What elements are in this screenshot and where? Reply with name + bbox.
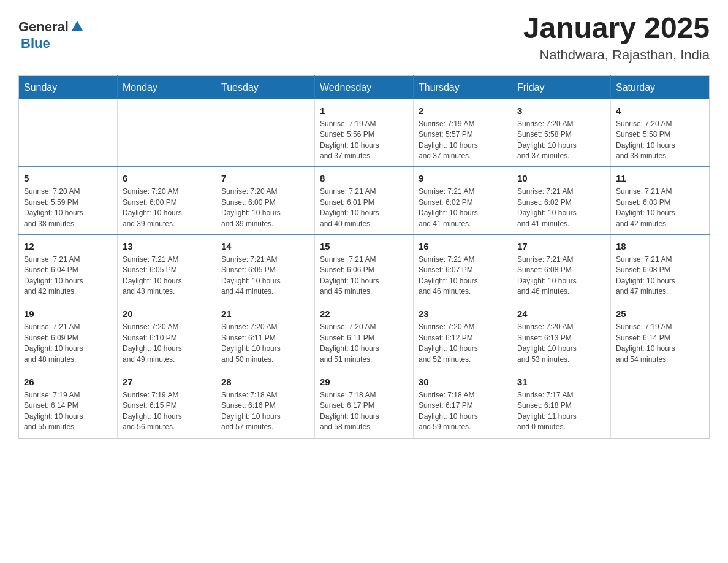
day-number: 13	[123, 240, 211, 253]
calendar-cell	[611, 370, 710, 439]
calendar-cell: 23Sunrise: 7:20 AMSunset: 6:12 PMDayligh…	[414, 302, 512, 370]
day-number: 19	[24, 307, 112, 320]
day-info: Sunrise: 7:21 AMSunset: 6:01 PMDaylight:…	[320, 186, 408, 229]
day-info: Sunrise: 7:21 AMSunset: 6:02 PMDaylight:…	[419, 186, 507, 229]
day-number: 6	[123, 172, 211, 185]
day-number: 14	[221, 240, 309, 253]
calendar-cell: 5Sunrise: 7:20 AMSunset: 5:59 PMDaylight…	[19, 167, 118, 235]
day-info: Sunrise: 7:19 AMSunset: 6:15 PMDaylight:…	[123, 390, 211, 433]
day-number: 11	[616, 172, 704, 185]
calendar-cell: 28Sunrise: 7:18 AMSunset: 6:16 PMDayligh…	[216, 370, 315, 439]
day-info: Sunrise: 7:20 AMSunset: 5:59 PMDaylight:…	[24, 186, 112, 229]
calendar-header-row: Sunday Monday Tuesday Wednesday Thursday…	[19, 75, 710, 99]
day-info: Sunrise: 7:21 AMSunset: 6:04 PMDaylight:…	[24, 255, 112, 297]
day-number: 27	[123, 375, 211, 388]
logo-triangle-icon	[70, 20, 84, 33]
page-header: General Blue January 2025 Nathdwara, Raj…	[18, 12, 710, 63]
location-subtitle: Nathdwara, Rajasthan, India	[523, 47, 710, 63]
day-info: Sunrise: 7:21 AMSunset: 6:09 PMDaylight:…	[24, 322, 112, 365]
day-info: Sunrise: 7:21 AMSunset: 6:02 PMDaylight:…	[517, 186, 605, 229]
day-info: Sunrise: 7:19 AMSunset: 5:56 PMDaylight:…	[320, 119, 408, 162]
calendar-cell: 30Sunrise: 7:18 AMSunset: 6:17 PMDayligh…	[414, 370, 512, 439]
day-info: Sunrise: 7:19 AMSunset: 6:14 PMDaylight:…	[24, 390, 112, 433]
day-info: Sunrise: 7:21 AMSunset: 6:07 PMDaylight:…	[419, 255, 507, 297]
day-number: 21	[221, 307, 309, 320]
day-number: 9	[419, 172, 507, 185]
calendar-cell: 18Sunrise: 7:21 AMSunset: 6:08 PMDayligh…	[611, 234, 710, 302]
calendar-week-row: 5Sunrise: 7:20 AMSunset: 5:59 PMDaylight…	[19, 167, 710, 235]
day-info: Sunrise: 7:21 AMSunset: 6:03 PMDaylight:…	[616, 186, 704, 229]
day-number: 22	[320, 307, 408, 320]
col-saturday: Saturday	[611, 75, 710, 99]
day-info: Sunrise: 7:20 AMSunset: 6:11 PMDaylight:…	[320, 322, 408, 365]
day-number: 12	[24, 240, 112, 253]
day-number: 30	[419, 375, 507, 388]
day-number: 18	[616, 240, 704, 253]
col-monday: Monday	[118, 75, 216, 99]
day-info: Sunrise: 7:20 AMSunset: 5:58 PMDaylight:…	[517, 119, 605, 162]
day-number: 25	[616, 307, 704, 320]
calendar-cell: 10Sunrise: 7:21 AMSunset: 6:02 PMDayligh…	[512, 167, 611, 235]
day-number: 20	[123, 307, 211, 320]
day-number: 5	[24, 172, 112, 185]
col-wednesday: Wednesday	[315, 75, 414, 99]
calendar-week-row: 12Sunrise: 7:21 AMSunset: 6:04 PMDayligh…	[19, 234, 710, 302]
day-info: Sunrise: 7:17 AMSunset: 6:18 PMDaylight:…	[517, 390, 605, 433]
calendar-week-row: 19Sunrise: 7:21 AMSunset: 6:09 PMDayligh…	[19, 302, 710, 370]
calendar-cell	[19, 99, 118, 167]
col-tuesday: Tuesday	[216, 75, 315, 99]
calendar-cell	[216, 99, 315, 167]
calendar-cell: 7Sunrise: 7:20 AMSunset: 6:00 PMDaylight…	[216, 167, 315, 235]
svg-marker-0	[72, 21, 83, 31]
col-thursday: Thursday	[414, 75, 512, 99]
day-info: Sunrise: 7:20 AMSunset: 6:00 PMDaylight:…	[221, 186, 309, 229]
day-number: 23	[419, 307, 507, 320]
month-year-title: January 2025	[523, 12, 710, 45]
day-info: Sunrise: 7:20 AMSunset: 6:12 PMDaylight:…	[419, 322, 507, 365]
calendar-cell: 11Sunrise: 7:21 AMSunset: 6:03 PMDayligh…	[611, 167, 710, 235]
col-friday: Friday	[512, 75, 611, 99]
calendar-cell: 24Sunrise: 7:20 AMSunset: 6:13 PMDayligh…	[512, 302, 611, 370]
calendar-cell: 17Sunrise: 7:21 AMSunset: 6:08 PMDayligh…	[512, 234, 611, 302]
day-number: 7	[221, 172, 309, 185]
day-number: 8	[320, 172, 408, 185]
calendar-cell: 15Sunrise: 7:21 AMSunset: 6:06 PMDayligh…	[315, 234, 414, 302]
logo-blue-text: Blue	[21, 36, 50, 52]
calendar-cell: 26Sunrise: 7:19 AMSunset: 6:14 PMDayligh…	[19, 370, 118, 439]
day-info: Sunrise: 7:21 AMSunset: 6:05 PMDaylight:…	[123, 255, 211, 297]
day-info: Sunrise: 7:18 AMSunset: 6:17 PMDaylight:…	[419, 390, 507, 433]
calendar-cell: 9Sunrise: 7:21 AMSunset: 6:02 PMDaylight…	[414, 167, 512, 235]
day-info: Sunrise: 7:20 AMSunset: 6:11 PMDaylight:…	[221, 322, 309, 365]
day-info: Sunrise: 7:20 AMSunset: 6:00 PMDaylight:…	[123, 186, 211, 229]
col-sunday: Sunday	[19, 75, 118, 99]
calendar-cell: 6Sunrise: 7:20 AMSunset: 6:00 PMDaylight…	[118, 167, 216, 235]
day-number: 4	[616, 104, 704, 117]
calendar-cell: 12Sunrise: 7:21 AMSunset: 6:04 PMDayligh…	[19, 234, 118, 302]
day-info: Sunrise: 7:20 AMSunset: 5:58 PMDaylight:…	[616, 119, 704, 162]
day-number: 1	[320, 104, 408, 117]
calendar-week-row: 1Sunrise: 7:19 AMSunset: 5:56 PMDaylight…	[19, 99, 710, 167]
day-number: 16	[419, 240, 507, 253]
calendar-cell: 8Sunrise: 7:21 AMSunset: 6:01 PMDaylight…	[315, 167, 414, 235]
day-info: Sunrise: 7:21 AMSunset: 6:08 PMDaylight:…	[616, 255, 704, 297]
calendar-cell: 13Sunrise: 7:21 AMSunset: 6:05 PMDayligh…	[118, 234, 216, 302]
day-info: Sunrise: 7:21 AMSunset: 6:06 PMDaylight:…	[320, 255, 408, 297]
calendar-cell	[118, 99, 216, 167]
day-number: 15	[320, 240, 408, 253]
day-info: Sunrise: 7:18 AMSunset: 6:17 PMDaylight:…	[320, 390, 408, 433]
day-number: 26	[24, 375, 112, 388]
logo-general-text: General	[18, 19, 69, 35]
day-number: 29	[320, 375, 408, 388]
day-number: 17	[517, 240, 605, 253]
calendar-cell: 20Sunrise: 7:20 AMSunset: 6:10 PMDayligh…	[118, 302, 216, 370]
calendar-cell: 3Sunrise: 7:20 AMSunset: 5:58 PMDaylight…	[512, 99, 611, 167]
calendar-week-row: 26Sunrise: 7:19 AMSunset: 6:14 PMDayligh…	[19, 370, 710, 439]
calendar-cell: 27Sunrise: 7:19 AMSunset: 6:15 PMDayligh…	[118, 370, 216, 439]
calendar-cell: 22Sunrise: 7:20 AMSunset: 6:11 PMDayligh…	[315, 302, 414, 370]
day-info: Sunrise: 7:19 AMSunset: 6:14 PMDaylight:…	[616, 322, 704, 365]
calendar-cell: 25Sunrise: 7:19 AMSunset: 6:14 PMDayligh…	[611, 302, 710, 370]
day-number: 3	[517, 104, 605, 117]
day-number: 10	[517, 172, 605, 185]
day-info: Sunrise: 7:21 AMSunset: 6:05 PMDaylight:…	[221, 255, 309, 297]
day-info: Sunrise: 7:19 AMSunset: 5:57 PMDaylight:…	[419, 119, 507, 162]
